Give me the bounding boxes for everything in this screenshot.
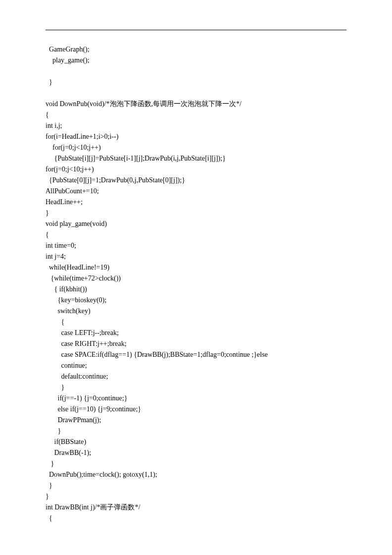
document-page: GameGraph(); play_game(); } void DownPub… — [0, 0, 392, 554]
code-line: case LEFT:j--;break; — [46, 328, 346, 338]
code-line: for(j=0;j<10;j++) — [46, 142, 346, 153]
code-line: } — [46, 208, 346, 219]
code-line: AllPubCount+=10; — [46, 186, 346, 197]
code-line: DownPub();time=clock(); gotoxy(1,1); — [46, 469, 346, 480]
code-line: continue; — [46, 360, 346, 371]
code-line: DrawBB(-1); — [46, 447, 346, 458]
code-line: int j=4; — [46, 251, 346, 262]
code-line: for(j=0;j<10;j++) — [46, 164, 346, 175]
code-line: else if(j==10) {j=9;continue;} — [46, 404, 346, 415]
code-line: } — [46, 480, 346, 491]
code-line: {PubState[i][j]=PubState[i-1][j];DrawPub… — [46, 153, 346, 164]
code-line: default:continue; — [46, 371, 346, 382]
code-line: {PubState[0][j]=1;DrawPub(0,j,PubState[0… — [46, 175, 346, 186]
code-line: {while(time+72>clock()) — [46, 273, 346, 284]
code-line: } — [46, 491, 346, 502]
code-line: } — [46, 382, 346, 393]
code-line: int i,j; — [46, 120, 346, 131]
code-line: void play_game(void) — [46, 219, 346, 229]
code-line: if(j==-1) {j=0;continue;} — [46, 393, 346, 404]
code-line: { — [46, 229, 346, 240]
code-line: { — [46, 110, 346, 120]
code-line: if(BBState) — [46, 437, 346, 447]
horizontal-rule — [46, 30, 346, 30]
code-line: while(HeadLine!=19) — [46, 262, 346, 273]
code-line: DrawPPman(j); — [46, 415, 346, 426]
code-line: HeadLine++; — [46, 197, 346, 208]
code-line: int time=0; — [46, 240, 346, 251]
code-line: { if(kbhit()) — [46, 284, 346, 295]
code-line — [46, 66, 346, 77]
code-line: for(i=HeadLine+1;i>0;i--) — [46, 131, 346, 142]
code-line: play_game(); — [46, 55, 346, 66]
code-line: } — [46, 426, 346, 437]
code-line: GameGraph(); — [46, 44, 346, 55]
code-line: switch(key) — [46, 306, 346, 317]
code-line: void DownPub(void)/*泡泡下降函数,每调用一次泡泡就下降一次*… — [46, 99, 346, 110]
code-line: int DrawBB(int j)/*画子弹函数*/ — [46, 502, 346, 513]
code-line: { — [46, 513, 346, 524]
code-line: { — [46, 317, 346, 328]
code-line: case SPACE:if(dflag==1) {DrawBB(j);BBSta… — [46, 349, 346, 360]
code-line: {key=bioskey(0); — [46, 295, 346, 306]
code-line: case RIGHT:j++;break; — [46, 338, 346, 349]
code-line: } — [46, 77, 346, 88]
code-line: } — [46, 458, 346, 469]
code-block: GameGraph(); play_game(); } void DownPub… — [46, 44, 346, 524]
code-line — [46, 88, 346, 99]
